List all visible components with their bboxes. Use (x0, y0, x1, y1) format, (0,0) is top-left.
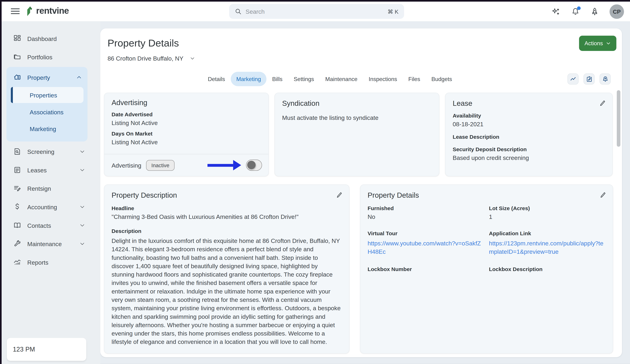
search-input[interactable]: Search ⌘ K (229, 4, 404, 19)
field-label: Days On Market (112, 131, 261, 137)
tab-marketing[interactable]: Marketing (231, 72, 266, 86)
notifications-bell-icon[interactable] (571, 7, 580, 16)
tab-icon-buttons (568, 73, 611, 85)
sidebar-label: Accounting (27, 203, 80, 210)
description-label: Description (112, 228, 342, 234)
app-root: rentvine Search ⌘ K (0, 0, 630, 364)
hamburger-menu-icon[interactable] (11, 7, 20, 15)
advertising-card: Advertising Date Advertised Listing Not … (104, 93, 269, 176)
maintenance-wrench-icon (13, 240, 21, 248)
property-description-title: Property Description (112, 191, 342, 200)
tab-maintenance[interactable]: Maintenance (320, 72, 363, 86)
tab-details[interactable]: Details (202, 72, 231, 86)
edit-pencil-icon (598, 99, 606, 107)
property-selector[interactable]: 86 Crofton Drive Buffalo, NY (108, 55, 195, 62)
field-label: Application Link (489, 230, 606, 236)
search-shortcut: ⌘ K (388, 8, 398, 14)
user-avatar[interactable]: CP (610, 4, 624, 19)
sidebar-item-reports[interactable]: Reports (2, 253, 100, 271)
field-value: Listing Not Active (112, 139, 261, 146)
advertising-card-title: Advertising (112, 99, 261, 107)
headline-value: "Charming 3-Bed Oasis with Luxurious Ame… (112, 213, 342, 220)
virtual-tour-link[interactable]: https://www.youtube.com/watch?v=oSakfZH4… (368, 239, 484, 256)
sidebar-sublabel: Properties (30, 92, 57, 98)
chevron-down-icon (190, 56, 195, 61)
notes-button[interactable] (584, 73, 595, 85)
headline-label: Headline (112, 205, 342, 211)
lease-card-title: Lease (452, 99, 605, 108)
edit-pencil-icon (336, 191, 343, 198)
sidebar-item-portfolios[interactable]: Portfolios (2, 48, 100, 66)
sidebar-item-leases[interactable]: Leases (2, 161, 100, 179)
notification-badge (577, 6, 580, 10)
subscribe-alerts-button[interactable] (600, 73, 611, 85)
advertising-toggle-label: Advertising (112, 162, 141, 169)
rentsign-icon (13, 184, 21, 192)
sidebar-item-contacts[interactable]: Contacts (2, 216, 100, 234)
rentvine-logo[interactable]: rentvine (25, 5, 69, 17)
sidebar-label: Portfolios (27, 54, 100, 60)
bell-plus-icon (602, 75, 608, 82)
chevron-down-icon (606, 41, 611, 46)
rocket-icon[interactable] (590, 7, 599, 16)
sidebar-label: Dashboard (27, 35, 100, 42)
sidebar-item-screening[interactable]: Screening (2, 142, 100, 161)
clipboard-edit-icon (586, 75, 592, 82)
cards-row-1: Advertising Date Advertised Listing Not … (104, 93, 613, 176)
sidebar-subitem-properties[interactable]: Properties (11, 87, 84, 103)
lease-edit-button[interactable] (598, 99, 607, 108)
tab-settings[interactable]: Settings (288, 72, 320, 86)
toggle-knob (247, 161, 256, 169)
vertical-scrollbar[interactable] (617, 90, 620, 147)
sidebar: Dashboard Portfolios Property (2, 21, 100, 364)
property-description-edit-button[interactable] (334, 190, 344, 199)
sidebar-item-maintenance[interactable]: Maintenance (2, 234, 100, 253)
chevron-up-icon (76, 75, 82, 80)
status-badge[interactable]: Inactive (146, 160, 174, 171)
property-details-edit-button[interactable] (598, 190, 607, 199)
sidebar-label: Reports (27, 259, 100, 266)
tab-files[interactable]: Files (403, 72, 426, 86)
chevron-down-icon (80, 149, 85, 154)
syndication-card-title: Syndication (282, 99, 432, 108)
page-title: Property Details (108, 37, 179, 49)
tab-bar: Details Marketing Bills Settings Mainten… (202, 70, 611, 88)
property-details-card: Property Details Furnished No Lot Size (… (360, 184, 613, 354)
syndication-card: Syndication Must activate the listing to… (274, 93, 440, 176)
field-label: Furnished (368, 205, 484, 211)
reports-chart-icon (13, 258, 21, 266)
sidebar-label: Maintenance (27, 240, 80, 247)
field-label: Virtual Tour (368, 230, 484, 236)
main-content: Property Details 86 Crofton Drive Buffal… (100, 28, 622, 357)
sidebar-sublabel: Associations (30, 108, 64, 115)
rentvine-logo-mark (25, 5, 36, 17)
sidebar-item-accounting[interactable]: Accounting (2, 198, 100, 216)
actions-label: Actions (584, 40, 603, 46)
logo-text: rentvine (36, 6, 69, 16)
description-text: Delight in the luxurious comfort of this… (112, 236, 342, 346)
sidebar-subitem-associations[interactable]: Associations (11, 104, 84, 120)
sidebar-item-property[interactable]: Property (6, 69, 88, 86)
annotation-arrow (208, 160, 241, 171)
tab-inspections[interactable]: Inspections (363, 72, 402, 86)
field-label: Date Advertised (112, 112, 261, 118)
sidebar-subitem-marketing[interactable]: Marketing (11, 121, 84, 137)
application-link[interactable]: https://123pm.rentvine.com/public/apply?… (489, 239, 606, 256)
advertising-toggle-switch[interactable] (246, 160, 262, 171)
chevron-down-icon (80, 241, 85, 247)
search-placeholder: Search (246, 8, 388, 15)
actions-button[interactable]: Actions (579, 36, 616, 51)
company-chip[interactable]: 123 PM (7, 338, 86, 361)
screening-icon (13, 148, 21, 156)
chevron-down-icon (80, 167, 85, 173)
dashboard-icon (13, 34, 21, 42)
field-label: Availability (452, 113, 605, 119)
ai-sparkles-icon[interactable] (552, 7, 561, 16)
tab-budgets[interactable]: Budgets (426, 72, 458, 86)
sidebar-item-dashboard[interactable]: Dashboard (2, 29, 100, 48)
activity-button[interactable] (568, 73, 579, 85)
sidebar-item-rentsign[interactable]: Rentsign (2, 179, 100, 198)
tab-bills[interactable]: Bills (266, 72, 288, 86)
field-label: Lockbox Number (368, 266, 484, 272)
header-actions: CP (552, 1, 624, 21)
